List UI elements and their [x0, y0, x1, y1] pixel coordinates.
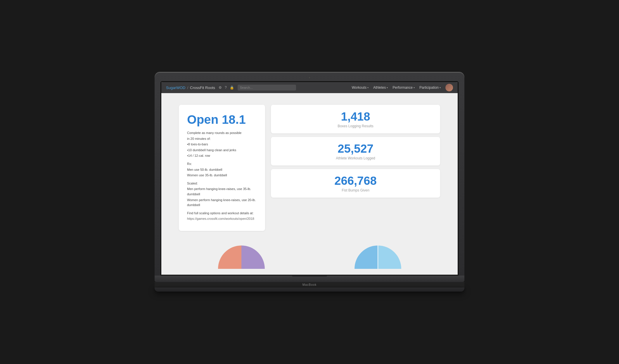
stat-label-workouts: Athlete Workouts Logged: [278, 156, 433, 160]
nav-workouts[interactable]: Workouts ▾: [352, 86, 368, 90]
stat-label-boxes: Boxes Logging Results: [278, 124, 433, 128]
brand-sugawod[interactable]: SugarWOD: [166, 86, 185, 90]
workout-title: Open 18.1: [187, 114, 257, 126]
workout-description: Complete as many rounds as possible in 2…: [187, 130, 257, 222]
nav-bar: SugarWOD / CrossFit Roots ⚙ ? 🔒 W: [161, 82, 458, 93]
help-icon[interactable]: ?: [225, 86, 227, 90]
lock-icon[interactable]: 🔒: [230, 86, 234, 90]
athletes-arrow: ▾: [387, 86, 388, 89]
main-content: Open 18.1 Complete as many rounds as pos…: [161, 93, 458, 275]
stat-card-workouts: 25,527 Athlete Workouts Logged: [271, 137, 440, 166]
nav-search-container: [238, 85, 296, 90]
screen-bezel: SugarWOD / CrossFit Roots ⚙ ? 🔒 W: [160, 81, 459, 276]
charts-row: [179, 240, 440, 275]
laptop-body: SugarWOD / CrossFit Roots ⚙ ? 🔒 W: [155, 72, 464, 276]
content-grid: Open 18.1 Complete as many rounds as pos…: [179, 105, 440, 231]
nav-icons: ⚙ ? 🔒: [219, 86, 234, 90]
laptop-frame: SugarWOD / CrossFit Roots ⚙ ? 🔒 W: [155, 72, 464, 292]
nav-athletes[interactable]: Athletes ▾: [373, 86, 388, 90]
performance-arrow: ▾: [414, 86, 415, 89]
avatar[interactable]: [445, 84, 453, 91]
nav-performance[interactable]: Performance ▾: [393, 86, 415, 90]
workout-card: Open 18.1 Complete as many rounds as pos…: [179, 105, 265, 231]
stat-number-fistbumps: 266,768: [278, 174, 433, 187]
stat-label-fistbumps: Fist Bumps Given: [278, 188, 433, 192]
chart-container-2: [349, 240, 407, 275]
screen: SugarWOD / CrossFit Roots ⚙ ? 🔒 W: [161, 82, 458, 275]
stat-card-boxes: 1,418 Boxes Logging Results: [271, 105, 440, 133]
macbook-label: MacBook: [155, 282, 464, 288]
nav-participation[interactable]: Participation ▾: [419, 86, 441, 90]
workouts-arrow: ▾: [367, 86, 369, 89]
stat-card-fistbumps: 266,768 Fist Bumps Given: [271, 169, 440, 198]
nav-brand: SugarWOD / CrossFit Roots: [166, 86, 215, 90]
pie-chart-2: [349, 240, 407, 272]
pie-chart-1: [212, 240, 271, 272]
settings-icon[interactable]: ⚙: [219, 86, 222, 90]
laptop-base: [155, 276, 464, 282]
search-input[interactable]: [238, 85, 296, 90]
participation-arrow: ▾: [440, 86, 441, 89]
nav-right: Workouts ▾ Athletes ▾ Performance ▾ Pa: [352, 84, 453, 91]
stat-number-workouts: 25,527: [278, 142, 433, 155]
camera-dot: [308, 76, 311, 79]
chart-container-1: [212, 240, 271, 275]
laptop-footer: [155, 288, 464, 292]
stat-number-boxes: 1,418: [278, 110, 433, 123]
brand-box-name[interactable]: CrossFit Roots: [190, 86, 215, 90]
brand-separator: /: [187, 86, 188, 90]
stats-column: 1,418 Boxes Logging Results 25,527 Athle…: [271, 105, 440, 198]
